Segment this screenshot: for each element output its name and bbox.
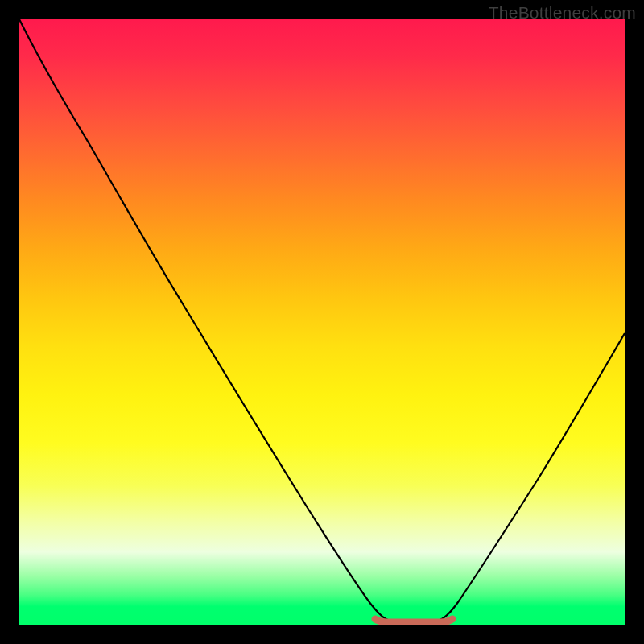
plot-area [19,19,625,625]
watermark-text: TheBottleneck.com [489,3,636,23]
bottleneck-curve [19,19,625,620]
curve-layer [19,19,625,625]
chart-frame: TheBottleneck.com [0,0,644,644]
optimal-range-marker [375,619,452,622]
